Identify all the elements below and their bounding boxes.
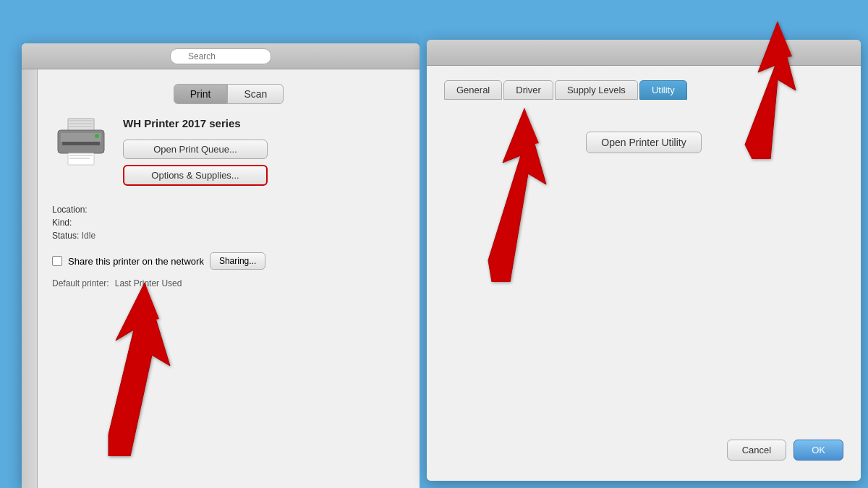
kind-row: Kind: [52,218,405,228]
svg-rect-8 [69,155,93,156]
share-row: Share this printer on the network Sharin… [52,252,405,270]
left-window: 🔍 Print Scan [22,43,420,488]
window-titlebar: 🔍 [22,43,420,69]
open-printer-utility-button[interactable]: Open Printer Utility [586,132,701,153]
search-input[interactable] [170,48,271,64]
left-panel: 🔍 Print Scan [0,0,420,488]
location-row: Location: [52,205,405,215]
open-print-queue-button[interactable]: Open Print Queue... [123,140,268,159]
right-content: General Driver Supply Levels Utility Ope… [427,66,861,481]
svg-point-10 [95,134,99,138]
print-tab[interactable]: Print [174,84,228,104]
status-row: Status: Idle [52,231,405,241]
share-label: Share this printer on the network [68,256,204,267]
sidebar-strip [22,69,38,488]
sharing-button[interactable]: Sharing... [210,252,265,270]
svg-rect-6 [62,142,100,145]
tab-driver[interactable]: Driver [503,80,553,100]
printer-info: WH Printer 2017 series Open Print Queue.… [123,117,405,192]
tab-general[interactable]: General [444,80,502,100]
default-value: Last Printer Used [115,278,182,288]
scan-tab[interactable]: Scan [227,84,284,104]
printer-icon [52,117,110,168]
svg-rect-1 [69,120,93,121]
status-label: Status: [52,231,79,241]
ok-button[interactable]: OK [793,440,843,461]
svg-rect-3 [69,126,93,127]
tab-supply-levels[interactable]: Supply Levels [555,80,638,100]
right-window: General Driver Supply Levels Utility Ope… [427,40,861,481]
tabs-row: General Driver Supply Levels Utility [444,80,843,100]
default-label: Default printer: [52,278,109,288]
svg-rect-2 [69,123,93,124]
utility-area: Open Printer Utility [444,117,843,431]
right-panel: General Driver Supply Levels Utility Ope… [420,0,868,488]
kind-label: Kind: [52,218,72,228]
share-checkbox[interactable] [52,256,62,266]
right-titlebar [427,40,861,66]
default-row: Default printer: Last Printer Used [52,278,405,288]
status-value: Idle [82,231,95,241]
options-supplies-button[interactable]: Options & Supplies... [123,165,268,186]
search-container: 🔍 [170,48,271,64]
cancel-button[interactable]: Cancel [727,440,786,461]
print-scan-tabs: Print Scan [52,84,405,104]
printer-section: WH Printer 2017 series Open Print Queue.… [52,117,405,192]
svg-rect-9 [69,158,90,159]
location-label: Location: [52,205,88,215]
bottom-buttons: Cancel OK [444,431,843,466]
main-content: Print Scan [38,69,420,488]
tab-utility[interactable]: Utility [639,80,687,100]
svg-rect-5 [61,133,101,142]
printer-name: WH Printer 2017 series [123,117,405,129]
